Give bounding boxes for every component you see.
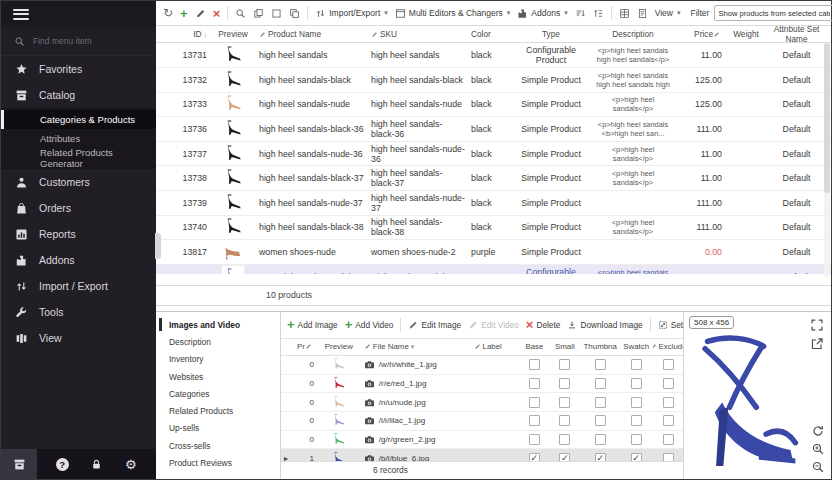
thumbnail-checkbox[interactable] — [595, 434, 606, 445]
settings-button[interactable]: ⚙ — [122, 455, 140, 473]
search-button[interactable] — [232, 6, 249, 21]
base-checkbox[interactable] — [529, 415, 540, 426]
image-row[interactable]: 0/r/e/red_1.jpg — [281, 375, 683, 394]
column-header-preview[interactable]: Preview — [210, 26, 256, 42]
sort-columns-button[interactable] — [572, 6, 589, 21]
column-header-price[interactable]: Price — [677, 26, 725, 42]
swatch-checkbox[interactable] — [631, 415, 642, 426]
swatch-checkbox[interactable] — [631, 397, 642, 408]
duplicate-button[interactable] — [286, 6, 303, 21]
column-header-swatch[interactable]: Swatch — [619, 339, 653, 355]
sidebar-collapse-handle[interactable] — [155, 233, 161, 259]
sidebar-item-reports[interactable]: Reports — [1, 221, 156, 247]
column-header-file-name[interactable]: File Name▾ — [361, 339, 471, 355]
swatch-checkbox[interactable]: ✓ — [631, 453, 642, 461]
small-checkbox[interactable] — [559, 378, 570, 389]
sidebar-search-input[interactable]: Find menu item — [1, 27, 156, 56]
vertical-scrollbar[interactable] — [824, 43, 830, 277]
product-row[interactable]: 13739high heel sandals-nude-37high heel … — [156, 191, 831, 216]
fullscreen-button[interactable] — [810, 318, 824, 332]
exclude-checkbox[interactable] — [663, 397, 674, 408]
column-header-sku[interactable]: SKU — [368, 26, 468, 42]
column-header-type[interactable]: Type — [513, 26, 589, 42]
row-order-button[interactable] — [590, 6, 607, 21]
product-row[interactable]: 13733high heel sandals-nudehigh heel san… — [156, 93, 831, 118]
grid-settings-button[interactable] — [616, 6, 633, 21]
product-row[interactable]: 13736high heel sandals-black-36high heel… — [156, 117, 831, 142]
thumbnail-checkbox[interactable] — [595, 397, 606, 408]
refresh-button[interactable]: ↻ — [160, 5, 176, 21]
column-header-base[interactable]: Base — [520, 339, 548, 355]
product-row[interactable]: 13731high heel sandalshigh heel sandalsb… — [156, 43, 831, 68]
base-checkbox[interactable]: ✓ — [529, 453, 540, 461]
exclude-checkbox[interactable] — [663, 434, 674, 445]
page-layout-button[interactable] — [634, 6, 651, 21]
add-image-button[interactable]: +Add Image — [284, 316, 341, 333]
product-row[interactable]: 13732high heel sandals-blackhigh heel sa… — [156, 68, 831, 93]
exclude-checkbox[interactable] — [663, 453, 674, 461]
product-row[interactable]: 13740high heel sandals-black-38high heel… — [156, 216, 831, 241]
thumbnail-checkbox[interactable] — [595, 415, 606, 426]
category-filter-select[interactable]: Show products from selected categories ▾ — [714, 5, 832, 21]
import-export-button[interactable]: Import/Export▾ — [312, 6, 391, 21]
image-row[interactable]: 0/w/h/white_1.jpg — [281, 356, 683, 375]
small-checkbox[interactable] — [559, 397, 570, 408]
open-external-button[interactable] — [810, 337, 824, 351]
tab-websites[interactable]: Websites — [156, 368, 280, 385]
tab-product-reviews[interactable]: Product Reviews — [156, 454, 280, 471]
sidebar-item-related-products-generator[interactable]: Related Products Generator — [1, 148, 156, 167]
view-button[interactable]: View▾ — [652, 6, 684, 20]
select-cells-button[interactable] — [268, 6, 285, 21]
base-checkbox[interactable] — [529, 397, 540, 408]
tab-up-sells[interactable]: Up-sells — [156, 420, 280, 437]
column-header-label[interactable]: Label — [471, 339, 521, 355]
column-header-thumbna[interactable]: Thumbna — [581, 339, 619, 355]
column-header-exclude[interactable]: Exclude — [653, 339, 683, 355]
sidebar-item-attributes[interactable]: Attributes — [1, 129, 156, 148]
swatch-checkbox[interactable] — [631, 359, 642, 370]
small-checkbox[interactable] — [559, 415, 570, 426]
store-button[interactable] — [1, 449, 37, 479]
sidebar-item-import-export[interactable]: Import / Export — [1, 273, 156, 299]
product-row[interactable]: 13738high heel sandals-black-37high heel… — [156, 166, 831, 191]
edit-video-button[interactable]: Edit Video — [465, 318, 522, 332]
sidebar-item-catalog[interactable]: Catalog — [1, 82, 156, 108]
tab-images-and-video[interactable]: Images and Video — [156, 316, 280, 333]
sidebar-item-view[interactable]: View — [1, 325, 156, 351]
zoom-out-button[interactable] — [811, 460, 825, 474]
thumbnail-checkbox[interactable]: ✓ — [595, 453, 606, 461]
add-video-button[interactable]: +Add Video — [342, 316, 397, 333]
base-checkbox[interactable] — [529, 434, 540, 445]
column-header-color[interactable]: Color — [468, 26, 513, 42]
product-row[interactable]: 13817women shoes-nudewomen shoes-nude-2p… — [156, 240, 831, 265]
edit-image-button[interactable]: Edit Image — [405, 318, 464, 332]
tab-inventory[interactable]: Inventory — [156, 351, 280, 368]
sidebar-item-addons[interactable]: Addons — [1, 247, 156, 273]
exclude-checkbox[interactable] — [663, 359, 674, 370]
thumbnail-checkbox[interactable] — [595, 378, 606, 389]
column-header-description[interactable]: Description — [589, 26, 677, 42]
sidebar-item-customers[interactable]: Customers — [1, 169, 156, 195]
tab-cross-sells[interactable]: Cross-sells — [156, 437, 280, 454]
copy-button[interactable] — [250, 6, 267, 21]
edit-product-button[interactable] — [192, 6, 209, 21]
column-header-small[interactable]: Small — [548, 339, 581, 355]
image-row[interactable]: 0/n/u/nude.jpg — [281, 393, 683, 412]
sidebar-item-tools[interactable]: Tools — [1, 299, 156, 325]
product-row[interactable]: 13737high heel sandals-nude-36high heel … — [156, 142, 831, 167]
tab-categories[interactable]: Categories — [156, 385, 280, 402]
tab-description[interactable]: Description — [156, 333, 280, 350]
add-product-button[interactable]: + — [177, 5, 191, 22]
thumbnail-checkbox[interactable] — [595, 359, 606, 370]
small-checkbox[interactable]: ✓ — [559, 453, 570, 461]
image-row[interactable]: 0/g/r/green_2.jpg — [281, 431, 683, 450]
sidebar-item-favorites[interactable]: Favorites — [1, 56, 156, 82]
column-header-id[interactable]: ID↓ — [170, 26, 210, 42]
exclude-checkbox[interactable] — [663, 378, 674, 389]
base-checkbox[interactable] — [529, 359, 540, 370]
sidebar-item-orders[interactable]: Orders — [1, 195, 156, 221]
column-header-pr[interactable]: Pr — [293, 339, 317, 355]
swatch-checkbox[interactable] — [631, 378, 642, 389]
sidebar-item-categories-products[interactable]: Categories & Products — [1, 110, 156, 129]
column-header-weight[interactable]: Weight — [725, 26, 767, 42]
